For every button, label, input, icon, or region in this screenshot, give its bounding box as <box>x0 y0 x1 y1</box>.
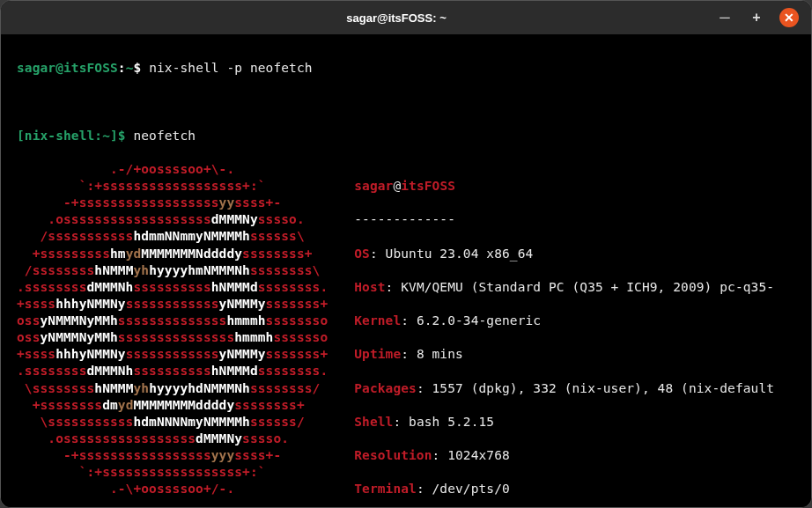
close-button[interactable]: ✕ <box>779 8 799 27</box>
logo-line: ossyNMMMNyMMhsssssssssssssshmmmhssssssso <box>17 313 328 329</box>
logo-line: `:+ssssssssssssssssss+:` <box>17 464 328 481</box>
info-divider: ------------- <box>354 211 795 228</box>
info-resolution: Resolution: 1024x768 <box>354 447 795 464</box>
logo-line: -+sssssssssssssssssyyyssss+- <box>17 447 328 464</box>
command-text: nix-shell -p neofetch <box>149 61 312 75</box>
logo-line: /ssssssssssshdmmNNmmyNMMMMhssssss\ <box>17 228 328 245</box>
logo-line: \ssssssssssshdmNNNNmyNMMMMhssssss/ <box>17 414 328 431</box>
info-header: sagar@itsFOSS <box>354 178 795 195</box>
ascii-logo: .-/+oossssoo+\-. `:+ssssssssssssssssss+:… <box>17 161 328 498</box>
logo-line: .-/+oossssoo+\-. <box>17 161 328 178</box>
window-controls: ─ + ✕ <box>716 8 799 27</box>
logo-line: -+ssssssssssssssssssyyssss+- <box>17 195 328 211</box>
info-kernel: Kernel: 6.2.0-34-generic <box>354 313 795 329</box>
info-terminal: Terminal: /dev/pts/0 <box>354 481 795 497</box>
logo-line: /sssssssshNMMMyhhyyyyhmNMMMNhssssssss\ <box>17 262 328 279</box>
logo-line: .osssssssssssssssssssdMMMNysssso. <box>17 211 328 228</box>
info-host: Host: KVM/QEMU (Standard PC (Q35 + ICH9,… <box>354 279 795 296</box>
prompt-line-1: sagar@itsFOSS:~$ nix-shell -p neofetch <box>17 60 795 77</box>
info-shell: Shell: bash 5.2.15 <box>354 414 795 431</box>
terminal-body[interactable]: sagar@itsFOSS:~$ nix-shell -p neofetch [… <box>1 34 811 507</box>
logo-line: .ssssssssdMMMNhsssssssssshNMMMdssssssss. <box>17 279 328 296</box>
terminal-window: sagar@itsFOSS: ~ ─ + ✕ sagar@itsFOSS:~$ … <box>0 0 812 508</box>
logo-line: ossyNMMMNyMMhssssssssssssssshmmmhsssssso <box>17 329 328 346</box>
info-packages: Packages: 1557 (dpkg), 332 (nix-user), 4… <box>354 380 795 397</box>
window-title: sagar@itsFOSS: ~ <box>77 11 716 25</box>
logo-line: +ssssssssdmydMMMMMMMMddddyssssssss+ <box>17 397 328 414</box>
logo-line: +sssshhhyNMMNyssssssssssssyNMMMysssssss+ <box>17 296 328 313</box>
logo-line: .ssssssssdMMMNhsssssssssshNMMMdssssssss. <box>17 363 328 379</box>
titlebar[interactable]: sagar@itsFOSS: ~ ─ + ✕ <box>1 1 811 34</box>
minimize-button[interactable]: ─ <box>716 9 734 26</box>
logo-line: .-\+oossssoo+/-. <box>17 481 328 497</box>
prompt-userhost: sagar@itsFOSS <box>17 61 118 75</box>
logo-line: +ssssssssshmydMMMMMMMNddddyssssssss+ <box>17 246 328 262</box>
prompt-line-2: [nix-shell:~]$ neofetch <box>17 128 795 144</box>
logo-line: .osssssssssssssssssdMMMNysssso. <box>17 431 328 447</box>
logo-line: \sssssssshNMMMyhhyyyyhdNMMMNhssssssss/ <box>17 380 328 397</box>
info-os: OS: Ubuntu 23.04 x86_64 <box>354 246 795 262</box>
system-info: sagar@itsFOSS ------------- OS: Ubuntu 2… <box>328 161 795 507</box>
info-uptime: Uptime: 8 mins <box>354 346 795 363</box>
logo-line: +sssshhhyNMMNyssssssssssssyNMMMysssssss+ <box>17 346 328 363</box>
maximize-button[interactable]: + <box>748 9 765 26</box>
neofetch-output: .-/+oossssoo+\-. `:+ssssssssssssssssss+:… <box>17 161 795 507</box>
command-text: neofetch <box>133 129 196 143</box>
logo-line: `:+ssssssssssssssssss+:` <box>17 178 328 195</box>
nix-shell-prompt: [nix-shell:~]$ <box>17 129 133 143</box>
